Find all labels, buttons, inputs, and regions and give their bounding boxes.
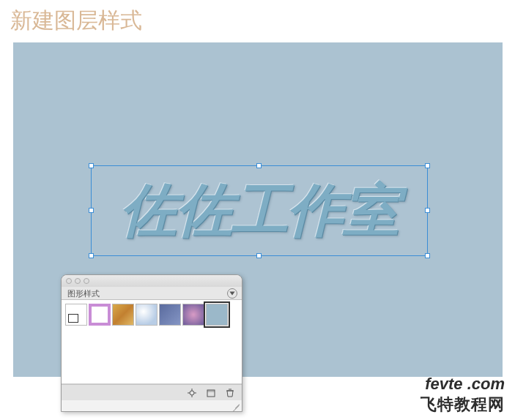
panel-footer — [62, 384, 242, 400]
svg-point-0 — [190, 391, 194, 395]
style-thumbnail-sphere[interactable] — [136, 304, 158, 326]
canvas-main-text[interactable]: 佐佐工作室 — [92, 173, 427, 250]
panel-menu-icon[interactable] — [227, 288, 237, 299]
page-title: 新建图层样式 — [0, 0, 515, 42]
resize-handle-top-middle[interactable] — [256, 163, 262, 168]
panel-tab-label: 图形样式 — [67, 289, 100, 298]
style-thumbnail-blue-gray[interactable] — [159, 304, 181, 326]
resize-handle-middle-left[interactable] — [89, 208, 94, 213]
watermark-domain: fevte .com — [420, 375, 505, 394]
svg-rect-6 — [207, 390, 215, 392]
new-style-icon[interactable] — [205, 388, 217, 398]
resize-handle-bottom-middle[interactable] — [256, 253, 262, 258]
style-thumbnail-nebula[interactable] — [182, 304, 204, 326]
resize-handle-top-right[interactable] — [425, 163, 430, 168]
watermark-site-name: 飞特教程网 — [420, 394, 505, 416]
resize-handle-top-left[interactable] — [89, 163, 94, 168]
text-selection-box[interactable]: 佐佐工作室 — [91, 165, 428, 256]
styles-grid — [62, 300, 242, 384]
watermark: fevte .com 飞特教程网 — [420, 375, 505, 416]
resize-handle-middle-right[interactable] — [425, 208, 430, 213]
graphic-styles-panel[interactable]: 图形样式 — [61, 274, 242, 412]
style-thumbnail-purple-border[interactable] — [89, 304, 111, 326]
zoom-button[interactable] — [84, 278, 89, 284]
style-thumbnail-default[interactable] — [65, 304, 87, 326]
minimize-button[interactable] — [75, 278, 81, 284]
style-thumbnail-flat-blue[interactable] — [206, 304, 228, 326]
close-button[interactable] — [66, 278, 72, 284]
resize-handle-bottom-left[interactable] — [89, 253, 94, 258]
panel-titlebar[interactable] — [62, 275, 242, 287]
resize-handle-bottom-right[interactable] — [425, 253, 430, 258]
style-thumbnail-gold-texture[interactable] — [112, 304, 134, 326]
panel-tab-graphic-styles[interactable]: 图形样式 — [62, 287, 242, 300]
break-link-icon[interactable] — [186, 388, 198, 398]
panel-resize-grip[interactable] — [231, 401, 240, 410]
delete-style-icon[interactable] — [224, 388, 236, 398]
